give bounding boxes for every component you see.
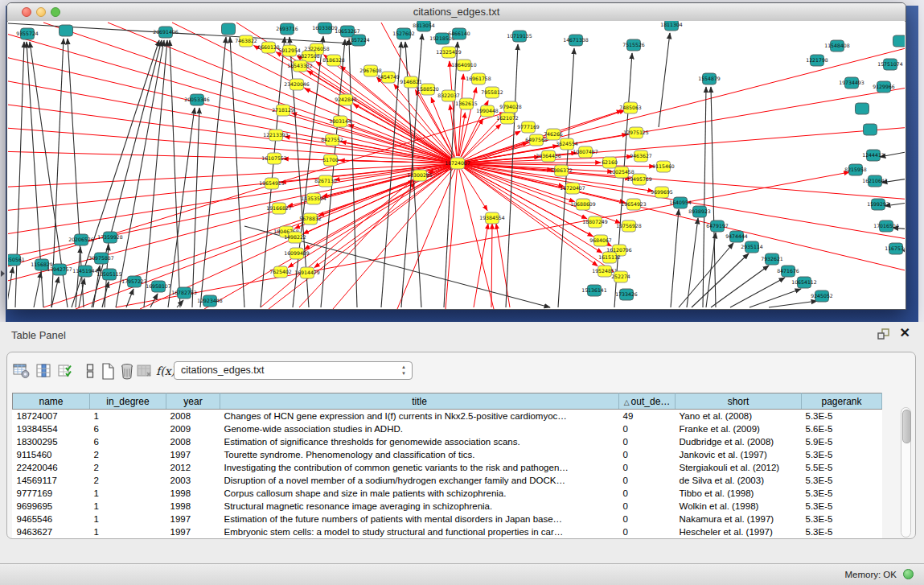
graph-node[interactable]: 16210643 <box>862 175 888 187</box>
graph-node[interactable]: 1167534 <box>885 243 905 254</box>
graph-node[interactable]: 1244413 <box>862 150 885 161</box>
table-row[interactable]: 2242004622012Investigating the contribut… <box>13 461 882 474</box>
graph-node[interactable]: 7986372 <box>550 165 573 176</box>
graph-node[interactable]: 2935114 <box>741 241 763 253</box>
graph-node[interactable]: 10719135 <box>507 31 532 42</box>
graph-node[interactable]: 19734493 <box>839 77 864 89</box>
column-header-indegree[interactable]: in_degree <box>90 393 166 410</box>
network-canvas[interactable]: 9355724206914062693716160338091065326778… <box>8 21 905 309</box>
graph-node[interactable]: 19384554 <box>479 212 505 224</box>
network-window-titlebar[interactable]: citations_edges.txt <box>7 3 906 22</box>
graph-node[interactable]: 12325419 <box>436 47 462 58</box>
delete-table-icon-disabled[interactable] <box>134 360 155 381</box>
graph-node[interactable]: 62160 <box>602 157 618 168</box>
table-row[interactable]: 1872400712008Changes of HCN gene express… <box>13 410 882 423</box>
graph-node[interactable]: 19654923 <box>621 199 647 210</box>
graph-node[interactable] <box>893 35 906 47</box>
graph-node[interactable]: 13505115 <box>97 269 122 280</box>
graph-node[interactable]: 18640910 <box>451 60 477 71</box>
graph-node[interactable]: 12975125 <box>623 127 649 138</box>
graph-node[interactable]: 8186328 <box>322 55 345 66</box>
new-column-icon[interactable] <box>97 360 118 381</box>
graph-node[interactable]: 7955812 <box>481 87 503 98</box>
graph-node[interactable]: 16033809 <box>312 23 338 34</box>
graph-node[interactable]: 7857224 <box>347 35 370 46</box>
graph-node[interactable]: 746266 <box>544 129 563 140</box>
graph-node[interactable]: 10807487 <box>573 146 598 158</box>
column-header-title[interactable]: title <box>220 393 619 410</box>
graph-node[interactable]: 8215958 <box>844 164 867 175</box>
graph-node[interactable]: 18807249 <box>582 216 608 228</box>
graph-node[interactable]: 16958107 <box>146 281 171 292</box>
graph-node[interactable]: 51700 <box>322 154 339 166</box>
graph-node[interactable]: 6479197 <box>706 220 729 232</box>
graph-node[interactable]: 1554879 <box>698 73 721 84</box>
graph-node[interactable]: 1640954 <box>669 197 692 208</box>
graph-node[interactable]: 13942757 <box>47 264 72 275</box>
graph-node[interactable]: 7932621 <box>761 253 783 265</box>
citation-network-graph[interactable]: 9355724206914062693716160338091065326778… <box>8 21 905 309</box>
graph-node[interactable]: 9463627 <box>630 150 652 162</box>
graph-node[interactable]: 15751074 <box>877 59 903 70</box>
graph-node[interactable] <box>864 124 877 135</box>
collapsed-panel-arrow[interactable] <box>1 270 5 277</box>
graph-node[interactable] <box>856 103 869 114</box>
graph-node[interactable]: 10688609 <box>570 199 596 210</box>
graph-node[interactable]: 1621072 <box>496 113 519 124</box>
graph-node[interactable]: 16961758 <box>466 73 491 84</box>
table-row[interactable]: 946362711997Embryonic stem cells: a mode… <box>13 525 882 538</box>
graph-node[interactable]: 16914479 <box>294 267 320 278</box>
graph-node[interactable]: 12213393 <box>263 130 289 141</box>
graph-node[interactable]: 11451944 <box>72 266 98 277</box>
graph-node[interactable]: 10654112 <box>791 277 817 288</box>
graph-node[interactable]: 8322037 <box>437 90 460 101</box>
table-row[interactable]: 1830029562008Estimation of significance … <box>13 435 882 448</box>
graph-node[interactable]: 9794028 <box>499 101 522 113</box>
graph-node[interactable]: 1350561 <box>8 254 25 266</box>
graph-node[interactable]: 19495769 <box>626 174 652 185</box>
graph-node[interactable]: 7485063 <box>619 102 642 113</box>
graph-node[interactable]: 20691406 <box>153 27 179 38</box>
close-icon[interactable]: ✕ <box>900 325 910 340</box>
table-vertical-scrollbar[interactable] <box>901 407 911 538</box>
graph-node[interactable]: 252274 <box>611 271 630 282</box>
graph-node[interactable]: 8471676 <box>777 266 799 277</box>
graph-node[interactable]: 8813054 <box>413 21 435 31</box>
network-window[interactable]: citations_edges.txt 93557242069140626937… <box>6 2 906 310</box>
table-row[interactable]: 1456911722003Disruption of a novel membe… <box>13 474 882 487</box>
graph-node[interactable]: 2718129 <box>272 105 294 116</box>
column-header-short[interactable]: short <box>676 393 802 410</box>
scrollbar-thumb[interactable] <box>902 410 911 443</box>
graph-node[interactable]: 16543382 <box>287 60 313 72</box>
graph-node[interactable]: 16107553 <box>261 153 287 164</box>
graph-node[interactable]: 2693716 <box>276 23 298 35</box>
graph-node[interactable]: 1221798 <box>806 55 828 66</box>
graph-node[interactable]: 1811304 <box>660 21 683 31</box>
graph-node[interactable]: 17359928 <box>97 232 123 243</box>
graph-node[interactable]: 15136141 <box>581 285 607 296</box>
graph-node[interactable]: 8427552 <box>321 134 343 146</box>
graph-node[interactable]: 7515526 <box>622 39 645 51</box>
graph-node[interactable]: 12923448 <box>197 295 223 307</box>
graph-node[interactable]: 3624554 <box>556 138 578 150</box>
graph-node[interactable]: 1588520 <box>417 84 439 95</box>
table-row[interactable]: 946554611997Estimation of the future num… <box>13 513 882 525</box>
column-header-year[interactable]: year <box>166 393 220 410</box>
graph-node[interactable]: 14671338 <box>563 35 589 46</box>
graph-node[interactable]: 9129966 <box>873 81 895 93</box>
graph-node[interactable]: 9474444 <box>725 231 748 242</box>
float-window-icon[interactable] <box>877 328 890 340</box>
graph-node[interactable]: 1527602 <box>392 28 415 39</box>
graph-node[interactable]: 9777169 <box>517 122 540 133</box>
graph-node[interactable] <box>60 25 73 36</box>
column-header-outde[interactable]: △out_de… <box>619 393 676 410</box>
row-selection-mode-icon[interactable] <box>55 360 76 381</box>
graph-node[interactable]: 8660128 <box>257 42 280 53</box>
graph-node[interactable]: 9115460 <box>652 161 675 172</box>
graph-node[interactable]: 11548408 <box>824 40 850 51</box>
graph-node[interactable]: 17957223 <box>121 276 147 287</box>
graph-node[interactable]: 20053346 <box>184 94 210 105</box>
table-row[interactable]: 911546021997Tourette syndrome. Phenomeno… <box>13 448 882 461</box>
table-selector-dropdown[interactable]: citations_edges.txt ▲▼ <box>174 361 413 380</box>
graph-node[interactable]: 17016504 <box>873 220 899 232</box>
